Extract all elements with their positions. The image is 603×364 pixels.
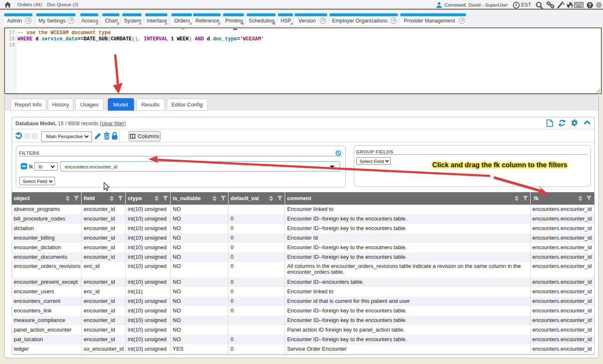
svg-text:?: ? <box>588 2 591 8</box>
